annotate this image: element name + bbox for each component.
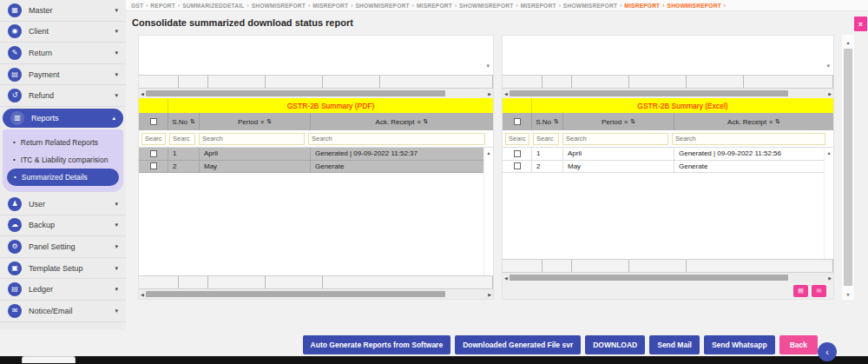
- scroll-right-icon[interactable]: ▶: [828, 275, 832, 281]
- taskbar-tab[interactable]: [22, 356, 76, 363]
- sort-icon[interactable]: ⇅: [554, 118, 559, 125]
- sidebar-item-return[interactable]: ✎ Return ▾: [0, 43, 126, 64]
- collapse-button[interactable]: ‹: [818, 342, 837, 361]
- scroll-down-icon[interactable]: ▼: [846, 292, 851, 297]
- search-input[interactable]: [308, 133, 485, 145]
- breadcrumb-item[interactable]: MISREPORT: [521, 3, 556, 9]
- chevron-down-icon[interactable]: ▾: [826, 63, 830, 69]
- row-checkbox[interactable]: [150, 150, 157, 157]
- table-row[interactable]: 2 May Generate: [139, 161, 483, 174]
- submenu-item-return-related-reports[interactable]: • Return Related Reports: [3, 134, 123, 151]
- sidebar-item-notice-email[interactable]: ✉ Notice/Email ▾: [0, 301, 126, 322]
- vertical-scrollbar[interactable]: ▲: [824, 148, 833, 259]
- sort-icon[interactable]: ⇅: [424, 118, 429, 125]
- send-whatsapp-button[interactable]: Send Whatsapp: [704, 335, 775, 354]
- chevron-down-icon[interactable]: ▾: [115, 201, 118, 208]
- breadcrumb-item[interactable]: SHOWMISREPORT: [667, 3, 721, 9]
- scroll-up-icon[interactable]: ▲: [846, 40, 851, 45]
- breadcrumb-item[interactable]: SUMMARIZEDDETAIL: [182, 3, 244, 9]
- horizontal-scrollbar[interactable]: ◀ ▶: [139, 289, 493, 299]
- chevron-down-icon[interactable]: ▾: [115, 7, 118, 14]
- breadcrumb-item[interactable]: GST: [131, 3, 143, 9]
- horizontal-scrollbar[interactable]: ◀ ▶: [503, 89, 833, 98]
- breadcrumb-item[interactable]: MISREPORT: [417, 3, 452, 9]
- horizontal-scrollbar[interactable]: ◀ ▶: [139, 89, 493, 98]
- sidebar-item-user[interactable]: ♟ User ▾: [0, 194, 126, 215]
- column-header-ack-receipt[interactable]: Ack. Receipt ≡ ⇅: [674, 113, 833, 130]
- sort-icon[interactable]: ⇅: [190, 118, 195, 125]
- scroll-thumb[interactable]: [510, 90, 788, 96]
- sort-icon[interactable]: ⇅: [775, 118, 780, 125]
- scroll-track[interactable]: [510, 275, 826, 281]
- chevron-down-icon[interactable]: ▾: [115, 92, 118, 99]
- scroll-left-icon[interactable]: ◀: [141, 292, 144, 297]
- chevron-down-icon[interactable]: ▾: [115, 71, 118, 78]
- filter-icon[interactable]: ≡: [260, 119, 264, 125]
- chevron-down-icon[interactable]: ▾: [115, 286, 118, 293]
- column-header-period[interactable]: Period ≡ ⇅: [563, 113, 674, 130]
- column-header-period[interactable]: Period ≡ ⇅: [200, 113, 311, 130]
- auto-generate-reports-button[interactable]: Auto Generate Reports from Software: [303, 335, 451, 354]
- chevron-down-icon[interactable]: ▾: [115, 265, 118, 272]
- chevron-down-icon[interactable]: ▾: [486, 63, 490, 69]
- scroll-thumb[interactable]: [510, 275, 788, 281]
- scroll-thumb[interactable]: [844, 49, 852, 286]
- scroll-track[interactable]: [510, 90, 826, 96]
- row-checkbox[interactable]: [150, 162, 157, 169]
- export-mail-button[interactable]: ✉: [812, 285, 826, 297]
- table-row[interactable]: 1 April Generated | 09-09-2022 11:52:37: [139, 148, 483, 161]
- search-input[interactable]: [533, 133, 559, 145]
- chevron-down-icon[interactable]: ▾: [115, 243, 118, 250]
- breadcrumb-item[interactable]: REPORT: [150, 3, 175, 9]
- breadcrumb-item[interactable]: SHOWMISREPORT: [355, 3, 409, 9]
- scroll-up-icon[interactable]: ▲: [484, 150, 493, 156]
- search-input[interactable]: [169, 133, 195, 145]
- scroll-track[interactable]: [146, 90, 486, 96]
- filter-icon[interactable]: ≡: [624, 119, 628, 125]
- table-row[interactable]: 1 April Generated | 09-09-2022 11:52:56: [503, 148, 824, 161]
- chevron-down-icon[interactable]: ▾: [115, 50, 118, 56]
- select-all-checkbox[interactable]: [150, 118, 157, 125]
- search-input[interactable]: [672, 133, 825, 145]
- sidebar-item-backup[interactable]: ☁ Backup ▾: [0, 215, 126, 237]
- table-row[interactable]: 2 May Generate: [503, 161, 824, 174]
- search-input[interactable]: [505, 133, 529, 145]
- breadcrumb-item[interactable]: SHOWMISREPORT: [563, 3, 617, 9]
- breadcrumb-item[interactable]: SHOWMISREPORT: [459, 3, 513, 9]
- scroll-left-icon[interactable]: ◀: [141, 91, 144, 96]
- submenu-item-summarized-details[interactable]: • Summarized Details: [7, 169, 119, 186]
- sidebar-item-client[interactable]: ◉ Client ▾: [0, 22, 126, 43]
- column-header-sno[interactable]: S.No ⇅: [168, 113, 200, 130]
- column-header-ack-receipt[interactable]: Ack. Receipt ≡ ⇅: [311, 113, 493, 130]
- row-checkbox[interactable]: [514, 150, 521, 157]
- filter-icon[interactable]: ≡: [769, 119, 773, 125]
- sidebar-item-master[interactable]: ▦ Master ▾: [0, 0, 126, 22]
- vertical-scrollbar[interactable]: ▲: [483, 148, 493, 275]
- scroll-thumb[interactable]: [146, 90, 445, 96]
- scroll-right-icon[interactable]: ▶: [828, 91, 832, 96]
- downloaded-generated-file-button[interactable]: Downloaded Generated File svr: [455, 335, 581, 354]
- scroll-left-icon[interactable]: ◀: [504, 275, 508, 281]
- search-input[interactable]: [562, 133, 668, 145]
- scroll-right-icon[interactable]: ▶: [488, 292, 491, 297]
- sidebar-item-ledger[interactable]: ▤ Ledger ▾: [0, 279, 126, 301]
- select-all-checkbox[interactable]: [514, 118, 521, 125]
- scroll-up-icon[interactable]: ▲: [825, 150, 833, 156]
- scroll-thumb[interactable]: [146, 291, 445, 297]
- sidebar-item-refund[interactable]: ↺ Refund ▾: [0, 85, 126, 107]
- row-checkbox[interactable]: [514, 162, 521, 169]
- sort-icon[interactable]: ⇅: [266, 118, 272, 125]
- export-file-button[interactable]: ▤: [793, 285, 808, 297]
- column-header-sno[interactable]: S.No ⇅: [532, 113, 563, 130]
- send-mail-button[interactable]: Send Mail: [649, 335, 700, 354]
- sort-icon[interactable]: ⇅: [630, 118, 635, 125]
- search-input[interactable]: [141, 133, 166, 145]
- breadcrumb-item[interactable]: MISREPORT: [312, 3, 348, 9]
- horizontal-scrollbar[interactable]: ◀ ▶: [503, 273, 833, 282]
- chevron-down-icon[interactable]: ▾: [115, 308, 118, 314]
- scroll-right-icon[interactable]: ▶: [488, 91, 491, 96]
- submenu-item-itc-liability-comparision[interactable]: • ITC & Liability comparision: [3, 151, 123, 169]
- chevron-up-icon[interactable]: ▴: [112, 115, 115, 122]
- page-scrollbar[interactable]: ▲ ▼: [842, 35, 854, 300]
- sidebar-item-payment[interactable]: ▤ Payment ▾: [0, 64, 126, 86]
